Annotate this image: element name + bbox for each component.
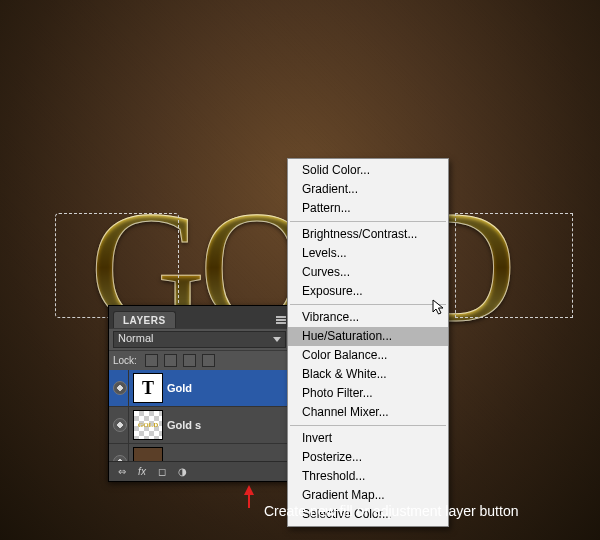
menu-item[interactable]: Invert: [288, 429, 448, 448]
menu-item[interactable]: Brightness/Contrast...: [288, 225, 448, 244]
menu-item[interactable]: Vibrance...: [288, 308, 448, 327]
annotation-arrow-stem: [248, 494, 250, 508]
layers-list: T Gold Gold s: [109, 370, 290, 461]
menu-separator: [290, 221, 446, 222]
fx-icon[interactable]: fx: [135, 465, 149, 479]
menu-item[interactable]: Black & White...: [288, 365, 448, 384]
layer-row[interactable]: T Gold: [109, 370, 290, 407]
menu-item[interactable]: Threshold...: [288, 467, 448, 486]
menu-item[interactable]: Levels...: [288, 244, 448, 263]
visibility-eye-icon[interactable]: [113, 381, 127, 395]
lock-label: Lock:: [113, 355, 137, 366]
lock-position-icon[interactable]: [183, 354, 196, 367]
layer-name[interactable]: Gold s: [167, 419, 201, 431]
layer-thumbnail-gold[interactable]: [133, 410, 163, 440]
new-adjustment-layer-icon[interactable]: ◑: [175, 465, 189, 479]
menu-item[interactable]: Photo Filter...: [288, 384, 448, 403]
menu-item[interactable]: Exposure...: [288, 282, 448, 301]
lock-all-icon[interactable]: [202, 354, 215, 367]
menu-separator: [290, 304, 446, 305]
panel-footer-toolbar: ⇔ fx ◻ ◑: [109, 461, 290, 481]
tab-layers[interactable]: LAYERS: [113, 311, 176, 328]
menu-item[interactable]: Color Balance...: [288, 346, 448, 365]
visibility-eye-icon[interactable]: [113, 418, 127, 432]
annotation-caption: Create new fill or adjustment layer butt…: [264, 503, 518, 519]
layer-row[interactable]: Gold s: [109, 407, 290, 444]
mask-icon[interactable]: ◻: [155, 465, 169, 479]
chevron-down-icon: [273, 337, 281, 342]
menu-item[interactable]: Solid Color...: [288, 161, 448, 180]
lock-pixels-icon[interactable]: [164, 354, 177, 367]
panel-tab-bar: LAYERS: [109, 306, 290, 328]
lock-transparent-icon[interactable]: [145, 354, 158, 367]
layers-panel[interactable]: LAYERS Normal Lock: T Gold Gold s: [108, 305, 291, 482]
menu-item[interactable]: Posterize...: [288, 448, 448, 467]
adjustment-layer-context-menu[interactable]: Solid Color...Gradient...Pattern...Brigh…: [287, 158, 449, 527]
lock-row: Lock:: [109, 350, 290, 370]
menu-item[interactable]: Curves...: [288, 263, 448, 282]
menu-item[interactable]: Hue/Saturation...: [288, 327, 448, 346]
menu-item[interactable]: Pattern...: [288, 199, 448, 218]
layer-name[interactable]: Gold: [167, 382, 192, 394]
blend-mode-select[interactable]: Normal: [113, 331, 286, 348]
link-layers-icon[interactable]: ⇔: [115, 465, 129, 479]
layer-thumbnail-bg[interactable]: [133, 447, 163, 461]
menu-item[interactable]: Channel Mixer...: [288, 403, 448, 422]
layer-thumbnail-text[interactable]: T: [133, 373, 163, 403]
menu-item[interactable]: Gradient...: [288, 180, 448, 199]
blend-mode-row: Normal: [109, 328, 290, 350]
layer-row[interactable]: [109, 444, 290, 461]
blend-mode-value: Normal: [118, 332, 153, 344]
menu-separator: [290, 425, 446, 426]
